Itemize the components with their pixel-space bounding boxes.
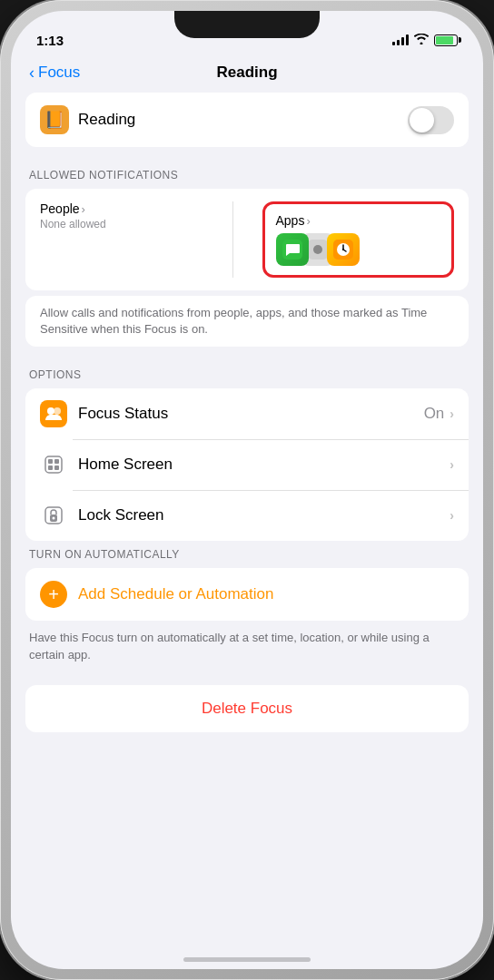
phone-frame: 1:13	[0, 0, 494, 980]
svg-rect-14	[54, 466, 59, 470]
notifications-description-text: Allow calls and notifications from peopl…	[40, 305, 454, 338]
apps-icons-row	[276, 233, 441, 266]
apps-col[interactable]: Apps ›	[248, 201, 455, 278]
reading-icon: 📙	[40, 105, 69, 134]
notifications-row: People › None allowed Apps ›	[40, 201, 454, 278]
add-icon: +	[40, 581, 67, 608]
lock-screen-chevron-icon: ›	[450, 508, 454, 523]
delete-focus-label: Delete Focus	[202, 700, 292, 718]
home-screen-row[interactable]: Home Screen ›	[25, 439, 469, 490]
lock-screen-label: Lock Screen	[78, 506, 450, 524]
page-title: Reading	[216, 64, 277, 82]
add-automation-label: Add Schedule or Automation	[78, 585, 273, 603]
home-screen-label: Home Screen	[78, 456, 450, 474]
signal-icon	[392, 34, 409, 45]
apps-chevron-icon: ›	[306, 214, 310, 228]
svg-point-9	[54, 407, 61, 415]
status-time: 1:13	[36, 33, 64, 48]
home-indicator[interactable]	[183, 957, 311, 962]
people-col[interactable]: People › None allowed	[40, 201, 233, 278]
options-section: OPTIONS Focus Status On ›	[25, 368, 469, 541]
signal-bar-3	[401, 37, 404, 45]
people-title: People ›	[40, 201, 232, 216]
automation-header: TURN ON AUTOMATICALLY	[25, 548, 469, 561]
signal-bar-2	[397, 40, 400, 45]
svg-rect-13	[48, 466, 53, 470]
automation-description: Have this Focus turn on automatically at…	[25, 626, 469, 666]
lock-screen-icon	[40, 502, 67, 529]
svg-point-8	[47, 407, 54, 415]
signal-bar-1	[392, 42, 395, 45]
signal-bar-4	[406, 34, 409, 45]
focus-status-row[interactable]: Focus Status On ›	[25, 388, 469, 439]
focus-status-chevron-icon: ›	[450, 407, 454, 421]
automation-section: TURN ON AUTOMATICALLY + Add Schedule or …	[25, 548, 469, 666]
battery-fill	[436, 36, 453, 44]
notifications-card: People › None allowed Apps ›	[25, 189, 469, 290]
wifi-icon	[414, 34, 429, 47]
home-screen-chevron-icon: ›	[450, 457, 454, 472]
reading-card: 📙 Reading	[25, 93, 469, 147]
toggle-knob	[410, 108, 434, 132]
focus-status-label: Focus Status	[78, 405, 424, 423]
people-chevron-icon: ›	[82, 202, 85, 216]
reading-toggle[interactable]	[408, 106, 454, 134]
options-header: OPTIONS	[25, 368, 469, 381]
options-card: Focus Status On ›	[25, 388, 469, 541]
delete-focus-card[interactable]: Delete Focus	[25, 685, 469, 732]
svg-rect-10	[45, 456, 62, 473]
people-subtitle: None allowed	[40, 218, 232, 230]
app-icon-clock	[327, 233, 360, 266]
add-automation-card[interactable]: + Add Schedule or Automation	[25, 568, 469, 621]
notch	[174, 11, 320, 38]
svg-rect-12	[54, 459, 59, 464]
phone-screen: 1:13	[11, 11, 483, 969]
allowed-notifications-header: ALLOWED NOTIFICATIONS	[25, 169, 469, 181]
svg-point-17	[53, 517, 55, 520]
apps-title: Apps ›	[276, 213, 441, 228]
svg-point-7	[342, 249, 344, 250]
reading-card-left: 📙 Reading	[40, 105, 135, 134]
notifications-description: Allow calls and notifications from peopl…	[25, 296, 469, 347]
content-area: 📙 Reading ALLOWED NOTIFICATIONS People	[11, 93, 483, 960]
status-icons	[392, 34, 458, 47]
nav-header: ‹ Focus Reading	[11, 56, 483, 93]
home-screen-icon	[40, 451, 67, 478]
svg-rect-11	[48, 459, 53, 464]
battery-icon	[434, 34, 458, 46]
svg-point-2	[313, 245, 322, 254]
app-icon-messages	[276, 233, 309, 266]
back-button[interactable]: ‹ Focus	[29, 64, 80, 83]
focus-status-value: On	[424, 405, 445, 423]
allowed-notifications-section: ALLOWED NOTIFICATIONS People › None allo…	[25, 169, 469, 347]
reading-card-label: Reading	[78, 111, 135, 129]
back-label: Focus	[38, 64, 80, 82]
back-chevron-icon: ‹	[29, 64, 35, 83]
apps-highlight-box: Apps ›	[262, 201, 455, 278]
focus-status-icon	[40, 400, 67, 427]
lock-screen-row[interactable]: Lock Screen ›	[25, 490, 469, 541]
automation-description-text: Have this Focus turn on automatically at…	[29, 630, 465, 662]
